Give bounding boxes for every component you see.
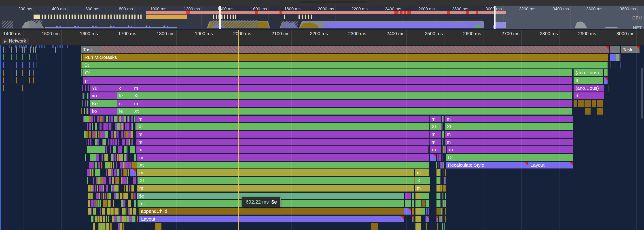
- flame-micro-bar[interactable]: [132, 154, 133, 161]
- flame-micro-bar[interactable]: [134, 200, 136, 207]
- flame-micro-bar[interactable]: [128, 169, 129, 176]
- flame-bar[interactable]: [444, 216, 444, 222]
- flame-bar[interactable]: [429, 146, 429, 153]
- flame-micro-bar[interactable]: [129, 139, 130, 145]
- flame-micro-bar[interactable]: [115, 123, 117, 130]
- flame-bar[interactable]: [610, 62, 610, 69]
- flame-micro-bar[interactable]: [127, 177, 128, 184]
- flame-micro-bar[interactable]: [105, 162, 108, 168]
- flame-bar[interactable]: [426, 208, 427, 214]
- flame-bar[interactable]: [81, 62, 82, 69]
- flame-micro-bar[interactable]: [89, 208, 90, 214]
- flame-bar[interactable]: [442, 146, 443, 153]
- flame-micro-bar[interactable]: [136, 216, 136, 222]
- flame-micro-bar[interactable]: [120, 193, 122, 199]
- flame-bar-anoous[interactable]: (ano…ous): [574, 69, 603, 76]
- flame-micro-bar[interactable]: [130, 185, 132, 191]
- flame-micro-bar[interactable]: [110, 139, 112, 145]
- flame-bar-anoous[interactable]: (ano…ous): [574, 85, 604, 92]
- flame-micro-bar[interactable]: [106, 146, 107, 153]
- flame-bar[interactable]: [416, 193, 421, 199]
- flame-micro-bar[interactable]: [89, 123, 91, 130]
- flame-micro-bar[interactable]: [121, 177, 122, 184]
- flame-micro-bar[interactable]: [113, 154, 114, 161]
- flame-bar-RecalculateStyle[interactable]: Recalculate Style: [446, 162, 528, 168]
- flame-micro-bar[interactable]: [103, 139, 106, 145]
- flame-micro-bar[interactable]: [98, 223, 99, 230]
- flame-micro-bar[interactable]: [116, 185, 116, 191]
- flame-micro-bar[interactable]: [114, 116, 117, 122]
- playhead-marker[interactable]: [238, 30, 238, 230]
- flame-micro-bar[interactable]: [134, 177, 136, 184]
- flame-chart[interactable]: TaskTaskRun MicrotasksEtQt(ano…ous)pftYu…: [0, 45, 644, 230]
- flame-micro-bar[interactable]: [124, 154, 126, 161]
- flame-micro-bar[interactable]: [92, 208, 92, 214]
- flame-bar[interactable]: [445, 177, 446, 184]
- flame-bar-m[interactable]: m: [445, 131, 573, 138]
- flame-micro-bar[interactable]: [87, 177, 88, 184]
- flame-micro-bar[interactable]: [115, 146, 116, 153]
- flame-micro-bar[interactable]: [96, 185, 98, 191]
- flame-micro-bar[interactable]: [110, 200, 111, 207]
- flame-micro-bar[interactable]: [93, 185, 94, 191]
- flame-micro-bar[interactable]: [117, 154, 118, 161]
- flame-bar-c[interactable]: c: [117, 100, 132, 107]
- flame-bar[interactable]: [442, 169, 442, 176]
- flame-bar[interactable]: [440, 169, 441, 176]
- flame-bar-Xt[interactable]: Xt: [132, 92, 572, 99]
- flame-bar[interactable]: [445, 216, 446, 222]
- flame-micro-bar[interactable]: [127, 116, 128, 122]
- flame-micro-bar[interactable]: [103, 123, 104, 130]
- flame-bar[interactable]: [443, 200, 444, 207]
- flame-micro-bar[interactable]: [90, 169, 92, 176]
- flame-micro-bar[interactable]: [93, 154, 96, 161]
- flame-micro-bar[interactable]: [126, 154, 128, 161]
- flame-bar-Ot[interactable]: Ot: [446, 154, 573, 161]
- flame-micro-bar[interactable]: [100, 193, 102, 199]
- flame-micro-bar[interactable]: [89, 116, 91, 122]
- flame-bar[interactable]: [440, 193, 442, 199]
- flame-micro-bar[interactable]: [88, 193, 90, 199]
- flame-micro-bar[interactable]: [124, 116, 126, 122]
- flame-bar-m[interactable]: m: [136, 146, 428, 153]
- flame-bar[interactable]: [414, 216, 414, 222]
- flame-bar[interactable]: [414, 177, 415, 184]
- flame-micro-bar[interactable]: [110, 208, 113, 214]
- flame-bar[interactable]: [616, 54, 619, 61]
- flame-micro-bar[interactable]: [123, 116, 124, 122]
- flame-micro-bar[interactable]: [104, 123, 105, 130]
- flame-micro-bar[interactable]: [128, 131, 131, 138]
- flame-micro-bar[interactable]: [88, 139, 89, 145]
- flame-micro-bar[interactable]: [125, 216, 126, 222]
- flame-micro-bar[interactable]: [94, 116, 95, 122]
- flame-micro-bar[interactable]: [103, 185, 104, 191]
- flame-micro-bar[interactable]: [101, 162, 102, 168]
- flame-micro-bar[interactable]: [132, 185, 134, 191]
- flame-micro-bar[interactable]: [117, 123, 120, 130]
- flame-micro-bar[interactable]: [112, 123, 112, 130]
- flame-bar[interactable]: [578, 100, 584, 107]
- flame-bar[interactable]: [442, 223, 443, 230]
- flame-bar-c[interactable]: c: [117, 85, 132, 92]
- flame-bar[interactable]: [134, 154, 136, 161]
- flame-bar-m[interactable]: m: [430, 139, 441, 145]
- flame-bar[interactable]: [440, 216, 441, 222]
- flame-micro-bar[interactable]: [91, 116, 93, 122]
- flame-bar-appendChild[interactable]: appendChild: [139, 208, 404, 214]
- flame-bar-m[interactable]: m: [136, 116, 429, 122]
- flame-micro-bar[interactable]: [128, 208, 129, 214]
- flame-bar[interactable]: [619, 62, 619, 69]
- selection-handle-right[interactable]: [494, 6, 496, 29]
- flame-micro-bar[interactable]: [123, 162, 124, 168]
- flame-micro-bar[interactable]: [98, 193, 99, 199]
- flame-micro-bar[interactable]: [127, 162, 128, 168]
- flame-micro-bar[interactable]: [98, 200, 100, 207]
- flame-bar[interactable]: [436, 193, 440, 199]
- flame-bar-Layout[interactable]: Layout: [139, 216, 404, 222]
- flame-micro-bar[interactable]: [131, 131, 133, 138]
- flame-micro-bar[interactable]: [114, 169, 116, 176]
- drag-handle-pill[interactable]: [300, 1, 367, 3]
- flame-micro-bar[interactable]: [130, 139, 132, 145]
- flame-bar-m[interactable]: m: [137, 185, 414, 191]
- flame-bar[interactable]: [604, 77, 608, 84]
